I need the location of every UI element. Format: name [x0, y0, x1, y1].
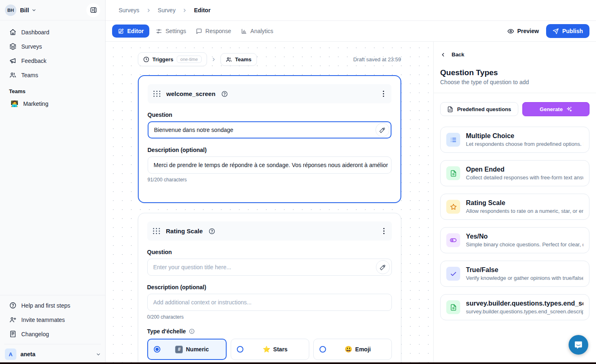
drag-handle-icon[interactable] [153, 228, 160, 234]
sidebar-item-surveys[interactable]: Surveys [4, 40, 101, 53]
clock-icon [143, 56, 149, 63]
main-area: Surveys Survey Editor Editor Setting [106, 0, 596, 364]
question-title-input[interactable]: Bienvenue dans notre sondage [148, 121, 391, 138]
divider [434, 93, 596, 93]
hash-keycap-icon: # [175, 346, 183, 353]
description-placeholder: Add additional context or instructions..… [153, 299, 252, 306]
predefined-questions-button[interactable]: Predefined questions [440, 102, 518, 116]
generate-label: Generate [540, 106, 562, 112]
sidebar-item-feedback[interactable]: Feedback [4, 54, 101, 67]
trigger-type-badge: one-time [177, 56, 202, 63]
type-card-true-false[interactable]: True/False Verify knowledge or gather op… [440, 261, 589, 287]
scale-option-label: Stars [273, 346, 288, 353]
eye-icon [507, 28, 514, 35]
sidebar-item-invite[interactable]: Invite teammates [4, 313, 101, 326]
account-switcher[interactable]: A aneta [4, 344, 101, 360]
question-card-welcome-screen[interactable]: welcome_screen Question Bienvenue dans n… [138, 75, 401, 203]
sidebar-item-changelog[interactable]: Changelog [4, 327, 101, 341]
radio-icon [237, 346, 243, 353]
check-icon [446, 267, 460, 281]
sidebar-item-label: Help and first steps [21, 302, 70, 309]
type-name: Yes/No [466, 233, 583, 240]
survey-canvas[interactable]: Triggers one-time Teams Draft sav [106, 42, 433, 364]
team-label: Marketing [23, 100, 48, 107]
generate-button[interactable]: Generate [522, 102, 589, 116]
scale-option-label: Numeric [186, 346, 209, 353]
user-plus-icon [9, 316, 16, 323]
breadcrumb-surveys[interactable]: Surveys [119, 7, 139, 13]
radio-icon [319, 346, 326, 353]
sidebar-item-marketing[interactable]: 🧑‍💻 Marketing [4, 97, 101, 111]
type-description: Let respondents choose from predefined o… [466, 141, 583, 147]
help-circle-icon[interactable] [209, 228, 215, 234]
type-card-rating-scale[interactable]: Rating Scale Allow respondents to rate o… [440, 194, 589, 220]
sidebar-collapse-button[interactable] [86, 3, 100, 17]
question-card-header[interactable]: welcome_screen [148, 84, 391, 103]
question-card-rating-scale[interactable]: Rating Scale Question Enter your questio… [138, 213, 401, 364]
publish-button[interactable]: Publish [546, 24, 589, 38]
back-button[interactable]: Back [434, 51, 596, 58]
chevron-left-icon [440, 52, 446, 58]
tab-analytics[interactable]: Analytics [236, 25, 278, 38]
sidebar-item-dashboard[interactable]: Dashboard [4, 25, 101, 39]
triggers-pill[interactable]: Triggers one-time [138, 52, 207, 66]
pencil-square-icon [118, 28, 124, 34]
type-card-multiple-choice[interactable]: Multiple Choice Let respondents choose f… [440, 127, 589, 153]
tab-settings[interactable]: Settings [151, 25, 191, 38]
type-name: Open Ended [466, 166, 583, 173]
sidebar-spacer [0, 111, 105, 295]
star-emoji-icon: ⭐ [263, 346, 270, 353]
users-icon [226, 56, 232, 63]
type-card-end-screen[interactable]: survey.builder.questions.types.end_scr..… [440, 294, 589, 320]
list-icon [446, 133, 460, 147]
description-label: Description (optional) [147, 284, 392, 290]
description-input[interactable]: Merci de prendre le temps de répondre à … [148, 156, 391, 174]
users-icon [9, 71, 16, 78]
technologist-emoji-icon: 🧑‍💻 [11, 100, 18, 107]
changelog-icon [9, 331, 16, 337]
star-icon [446, 200, 460, 214]
workspace-avatar: BH [5, 4, 16, 16]
help-circle-icon[interactable] [221, 91, 228, 97]
magic-wand-button[interactable] [376, 260, 390, 274]
type-card-yes-no[interactable]: Yes/No Simple binary choice questions. P… [440, 227, 589, 253]
help-circle-icon [9, 302, 16, 309]
megaphone-icon [9, 57, 16, 64]
send-icon [553, 28, 559, 34]
sidebar: BH Bill Dashboard Surveys [0, 0, 106, 364]
scale-option-numeric[interactable]: # Numeric [147, 339, 227, 360]
magic-wand-button[interactable] [376, 123, 389, 137]
panel-subtitle: Choose the type of question to add [440, 79, 589, 85]
tab-response[interactable]: Response [191, 25, 236, 38]
chevron-right-icon [211, 57, 216, 62]
breadcrumb-survey[interactable]: Survey [158, 7, 176, 13]
question-card-header[interactable]: Rating Scale [147, 221, 392, 241]
chevron-down-icon [96, 352, 101, 357]
description-input[interactable]: Add additional context or instructions..… [147, 294, 392, 311]
window-edge [0, 362, 596, 364]
workspace-switcher[interactable]: BH Bill [0, 0, 105, 20]
sidebar-item-teams[interactable]: Teams [4, 68, 101, 82]
chat-bubble-icon [574, 340, 583, 349]
chat-launcher-button[interactable] [569, 335, 588, 355]
preview-label: Preview [517, 28, 539, 34]
type-card-open-ended[interactable]: Open Ended Collect detailed responses wi… [440, 160, 589, 186]
teams-pill[interactable]: Teams [220, 53, 257, 66]
sidebar-item-help[interactable]: Help and first steps [4, 299, 101, 312]
scale-option-stars[interactable]: ⭐ Stars [231, 339, 309, 360]
preview-button[interactable]: Preview [507, 28, 539, 35]
type-description: Allow respondents to rate on a numeric, … [466, 208, 583, 214]
question-title-input[interactable]: Enter your question title here... [147, 259, 392, 276]
info-icon[interactable] [189, 328, 195, 334]
file-text-icon [446, 300, 460, 314]
card-menu-icon[interactable] [382, 226, 386, 236]
tab-label: Analytics [250, 28, 273, 34]
publish-label: Publish [562, 28, 583, 34]
predefined-label: Predefined questions [457, 106, 511, 112]
tab-editor[interactable]: Editor [112, 25, 149, 38]
scale-option-emoji[interactable]: 😃 Emoji [313, 339, 392, 360]
sidebar-item-label: Invite teammates [21, 317, 65, 323]
card-menu-icon[interactable] [381, 89, 386, 98]
drag-handle-icon[interactable] [153, 91, 161, 97]
canvas-toolbar: Triggers one-time Teams Draft sav [138, 52, 401, 66]
